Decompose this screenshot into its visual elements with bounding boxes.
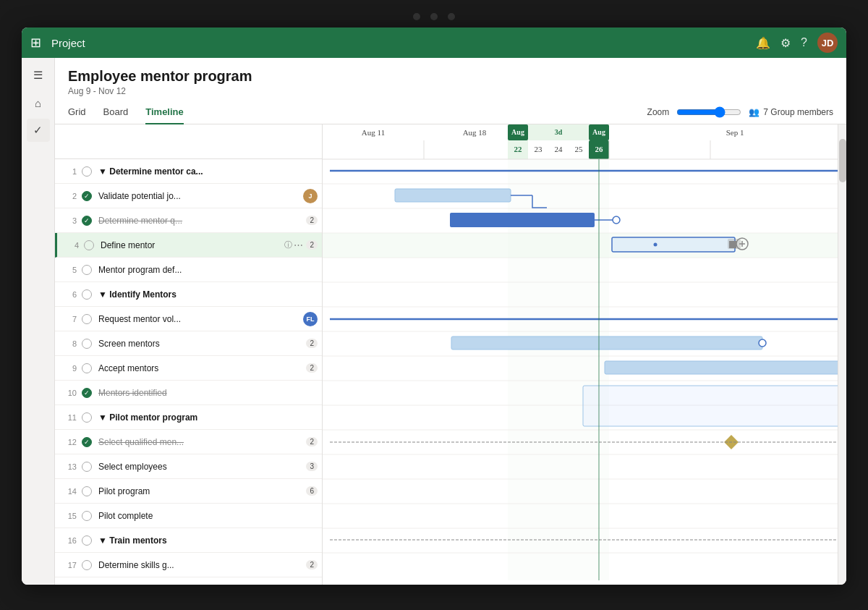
sidebar-narrow: ☰ ⌂ ✓ [22,58,55,585]
row-check[interactable] [80,289,94,300]
table-row[interactable]: 15 Pilot complete [55,504,322,528]
avatar[interactable]: JD [817,33,838,53]
row-badge: 2 [306,339,318,348]
waffle-icon[interactable]: ⊞ [30,35,41,51]
row-num: 6 [59,290,77,299]
table-row[interactable]: 3 Determine mentor q... 2 [55,208,322,233]
row-num: 16 [59,536,77,545]
svg-rect-58 [451,336,762,350]
svg-text:Aug: Aug [511,128,524,136]
tab-board[interactable]: Board [103,101,129,124]
tab-timeline[interactable]: Timeline [145,101,184,124]
svg-point-48 [613,216,620,224]
gear-icon[interactable]: ⚙ [780,36,791,50]
tab-grid[interactable]: Grid [68,101,86,124]
row-num: 12 [59,438,77,446]
svg-rect-30 [323,233,846,258]
svg-rect-52 [728,239,741,249]
table-row[interactable]: 5 Mentor program def... [55,258,322,282]
row-check[interactable] [80,166,94,177]
row-badge: 2 [306,437,318,446]
table-row[interactable]: 6 ▼ Identify Mentors [55,282,322,307]
help-icon[interactable]: ? [801,36,807,49]
project-dates: Aug 9 - Nov 12 [68,86,833,96]
row-name: Select qualified men... [94,437,303,447]
row-check[interactable] [80,388,94,398]
bell-icon[interactable]: 🔔 [756,36,770,50]
row-num: 14 [59,487,77,496]
svg-text:Aug 11: Aug 11 [362,128,385,137]
more-icon[interactable]: ⋯ [294,240,303,250]
row-check[interactable] [82,240,96,250]
gantt-chart: Aug 11 Aug 18 Aug 3d Au [323,124,846,580]
sidebar-home-icon[interactable]: ⌂ [27,91,50,114]
row-check[interactable] [80,216,94,226]
row-badge: 2 [306,560,318,569]
row-num: 7 [59,315,77,323]
table-row[interactable]: 13 Select employees 3 [55,454,322,479]
row-num: 3 [59,216,77,225]
gantt-area[interactable]: Aug 11 Aug 18 Aug 3d Au [323,124,846,585]
group-icon: 👥 [749,107,760,117]
camera-dot-2 [430,13,438,20]
row-name: Define mentor [96,240,281,250]
svg-text:26: 26 [595,145,604,153]
table-row[interactable]: 11 ▼ Pilot mentor program [55,405,322,430]
row-num: 13 [59,462,77,471]
svg-text:Aug: Aug [592,128,605,136]
app-title: Project [51,37,756,49]
table-row[interactable]: 1 ▼ Determine mentor ca... [55,159,322,184]
svg-rect-1 [508,124,609,580]
row-check[interactable] [80,437,94,447]
zoom-label: Zoom [647,107,670,117]
row-name: Request mentor vol... [94,314,300,324]
row-name: ▼ Identify Mentors [94,289,318,300]
row-check[interactable] [80,486,94,496]
row-name: Determine skills g... [94,560,303,570]
info-icon[interactable]: ⓘ [284,240,292,250]
svg-text:22: 22 [514,145,523,153]
sidebar-menu-icon[interactable]: ☰ [27,64,50,87]
row-num: 10 [59,389,77,397]
scrollbar-thumb[interactable] [839,139,846,182]
table-row[interactable]: 10 Mentors identified [55,381,322,405]
task-list-header [55,124,322,159]
row-num: 5 [59,266,77,274]
svg-point-59 [759,339,766,347]
row-num: 1 [59,167,77,176]
row-check[interactable] [80,191,94,201]
table-row[interactable]: 7 Request mentor vol... FL [55,307,322,331]
row-num: 11 [59,413,77,422]
table-row[interactable]: 9 Accept mentors 2 [55,356,322,381]
table-row[interactable]: 16 ▼ Train mentors [55,528,322,553]
row-name: ▼ Pilot mentor program [94,412,318,423]
svg-text:Aug 18: Aug 18 [463,128,487,137]
row-name: Determine mentor q... [94,216,303,226]
row-check[interactable] [80,511,94,521]
zoom-slider[interactable] [676,106,741,118]
table-row[interactable]: 4 Define mentor ⓘ ⋯ 2 [55,233,322,258]
row-check[interactable] [80,363,94,373]
svg-text:Sep 1: Sep 1 [726,128,744,137]
table-row[interactable]: 8 Screen mentors 2 [55,331,322,356]
row-check[interactable] [80,560,94,570]
row-check[interactable] [80,535,94,546]
row-check[interactable] [80,314,94,324]
table-row[interactable]: 2 Validate potential jo... J [55,184,322,208]
row-badge: 3 [306,462,318,471]
row-num: 15 [59,512,77,520]
row-badge: 2 [306,363,318,373]
row-num: 8 [59,339,77,348]
row-check[interactable] [80,462,94,472]
table-row[interactable]: 14 Pilot program 6 [55,479,322,504]
row-name: Accept mentors [94,363,303,373]
scrollbar[interactable] [838,124,846,585]
table-row[interactable]: 17 Determine skills g... 2 [55,553,322,577]
row-name: Screen mentors [94,339,303,349]
row-check[interactable] [80,412,94,423]
sidebar-check-icon[interactable]: ✓ [27,119,50,142]
table-row[interactable]: 12 Select qualified men... 2 [55,430,322,454]
group-members[interactable]: 👥 7 Group members [749,107,833,117]
row-check[interactable] [80,339,94,349]
row-check[interactable] [80,265,94,275]
